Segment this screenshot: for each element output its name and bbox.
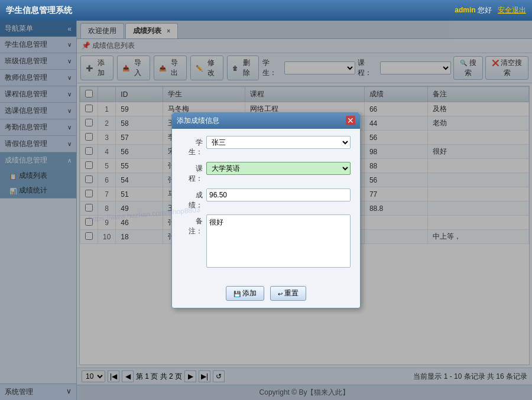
app-header: 学生信息管理系统 admin 您好 安全退出 (0, 0, 532, 21)
header-user-area: admin 您好 安全退出 (455, 5, 526, 15)
modal-header: 添加成绩信息 ✕ (172, 113, 360, 129)
form-control-remark: 很好 (206, 214, 351, 269)
cancel-icon (278, 290, 283, 298)
form-label-remark: 备注： (181, 214, 203, 236)
modal-close-button[interactable]: ✕ (346, 116, 355, 125)
form-label-score: 成绩： (181, 188, 203, 210)
form-label-student: 学生： (181, 136, 203, 158)
form-control-student: 张三 (206, 136, 351, 149)
modal-body: https://www.huzhan.com/ishop8803 学生： 张三 … (172, 129, 360, 282)
modal-footer: 添加 重置 (172, 281, 360, 308)
modal-overlay: 添加成绩信息 ✕ https://www.huzhan.com/ishop880… (0, 21, 532, 400)
form-label-course: 课程： (181, 162, 203, 184)
form-row-score: 成绩： (181, 188, 351, 210)
username: admin (455, 6, 475, 14)
student-select[interactable]: 张三 (206, 136, 351, 149)
add-grade-modal: 添加成绩信息 ✕ https://www.huzhan.com/ishop880… (171, 112, 361, 309)
form-row-course: 课程： 大学英语 (181, 162, 351, 184)
form-row-remark: 备注： 很好 (181, 214, 351, 269)
greeting-text: 您好 (478, 6, 492, 14)
modal-title: 添加成绩信息 (177, 116, 219, 126)
form-control-course: 大学英语 (206, 162, 351, 175)
course-select[interactable]: 大学英语 (206, 162, 351, 175)
form-control-score (206, 188, 351, 201)
remark-textarea[interactable]: 很好 (206, 214, 351, 268)
modal-cancel-button[interactable]: 重置 (270, 286, 306, 301)
app-title: 学生信息管理系统 (6, 5, 72, 16)
modal-add-button[interactable]: 添加 (226, 286, 264, 301)
save-icon (233, 290, 241, 298)
score-input[interactable] (206, 188, 351, 201)
logout-link[interactable]: 安全退出 (498, 6, 526, 14)
form-row-student: 学生： 张三 (181, 136, 351, 158)
